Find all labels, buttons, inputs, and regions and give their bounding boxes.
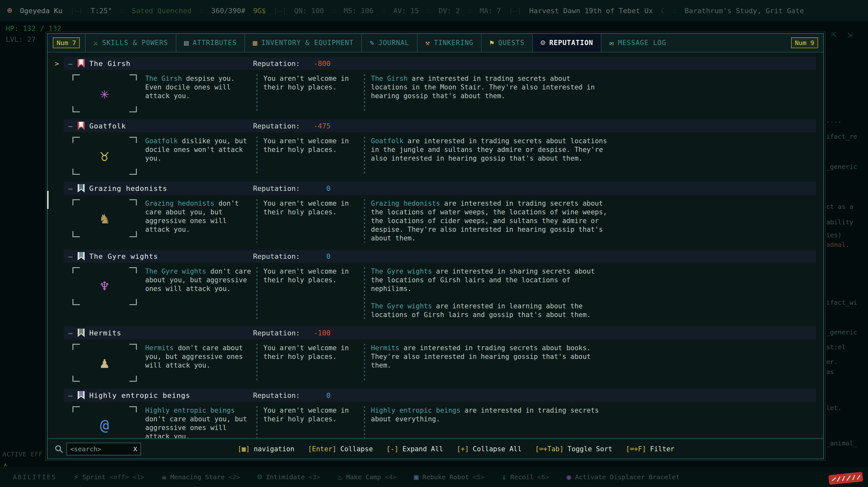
- collapse-indicator: —: [68, 60, 72, 68]
- message-log-icon: ✉: [609, 39, 614, 47]
- sprite-frame: ♞: [72, 199, 137, 237]
- faction-holy-text: You aren't welcome in their holy places.: [257, 344, 364, 382]
- tab-skills-powers[interactable]: ⚔ SKILLS & POWERS: [85, 34, 176, 52]
- sprite-column: @: [64, 406, 145, 438]
- tab-journal[interactable]: ✎ JOURNAL: [361, 34, 416, 52]
- interests-lead: The Gyre wights: [371, 267, 432, 275]
- faction-banner-icon: [78, 184, 85, 193]
- faction-header[interactable]: — Grazing hedonists Reputation: 0: [64, 182, 816, 195]
- prev-tab-key-hint[interactable]: Num 7: [53, 37, 80, 48]
- tab-bar: Num 7 ⚔ SKILLS & POWERS ▤ ATTRIBUTES ▦ I…: [48, 34, 823, 53]
- reputation-label: Reputation:: [253, 185, 300, 193]
- faction-section-goatfolk: — Goatfolk Reputation: -475 ♉ Goatfolk d: [56, 120, 816, 177]
- feelings-lead: Highly entropic beings: [145, 407, 235, 414]
- keyboard-f-key-icon: [⌨+F]: [626, 445, 646, 453]
- tab-label: ATTRIBUTES: [193, 39, 237, 47]
- sprite-frame: ✳: [72, 74, 137, 112]
- next-tab-key-hint[interactable]: Num 9: [791, 37, 818, 48]
- faction-header[interactable]: > — The Girsh Reputation: -800: [64, 57, 816, 70]
- sprite-column: ♆: [64, 267, 145, 319]
- feelings-lead: The Gyre wights: [145, 267, 206, 275]
- sprite-column: ♟: [64, 344, 145, 382]
- hint-collapse-all[interactable]: [+]Collapse All: [457, 445, 522, 453]
- skills-icon: ⚔: [93, 39, 98, 47]
- faction-holy-text: You aren't welcome in their holy places.: [257, 137, 364, 175]
- faction-header[interactable]: — Goatfolk Reputation: -475: [64, 120, 816, 132]
- tab-label: SKILLS & POWERS: [102, 39, 168, 47]
- reputation-value: -800: [300, 60, 331, 68]
- faction-name: The Girsh: [89, 60, 130, 68]
- reputation-window: Num 7 ⚔ SKILLS & POWERS ▤ ATTRIBUTES ▦ I…: [47, 33, 824, 459]
- faction-name: The Gyre wights: [89, 252, 158, 260]
- sprite-column: ✳: [64, 74, 145, 112]
- interests-lead: The Girsh: [371, 75, 408, 83]
- hint-label: Expand All: [402, 445, 443, 453]
- grazing-hedonist-sprite-icon: ♞: [100, 211, 109, 226]
- gyre-wight-sprite-icon: ♆: [100, 279, 109, 294]
- faction-feelings-text: Goatfolk dislike you, but docile ones wo…: [145, 137, 256, 175]
- interests-lead: Hermits: [371, 344, 400, 352]
- faction-header[interactable]: — Hermits Reputation: -100: [64, 326, 816, 339]
- tab-label: QUESTS: [498, 39, 524, 47]
- faction-interests-text: Goatfolk are interested in trading secre…: [365, 137, 816, 175]
- reputation-label: Reputation:: [253, 329, 300, 337]
- sprite-frame: @: [72, 406, 137, 438]
- reputation-readout: Reputation: 0: [253, 185, 331, 193]
- reputation-label: Reputation:: [253, 252, 300, 260]
- faction-interests-text: The Gyre wights are interested in sharin…: [365, 267, 816, 319]
- tab-quests[interactable]: ⚑ QUESTS: [481, 34, 532, 52]
- key-hints: [▦]navigation [Enter]Collapse [-]Expand …: [238, 445, 675, 453]
- enter-key: [Enter]: [308, 445, 336, 453]
- search-icon: [54, 444, 64, 454]
- interests-lead: The Gyre wights: [371, 302, 432, 310]
- search-input[interactable]: [70, 445, 131, 453]
- plus-key: [+]: [457, 445, 469, 453]
- tab-attributes[interactable]: ▤ ATTRIBUTES: [176, 34, 244, 52]
- girsh-sprite-icon: ✳: [100, 86, 109, 101]
- tab-inventory-equipment[interactable]: ▦ INVENTORY & EQUIPMENT: [244, 34, 361, 52]
- tab-reputation[interactable]: ☺ REPUTATION: [532, 34, 601, 52]
- numpad-icon: [▦]: [238, 445, 250, 453]
- faction-interests-text: Highly entropic beings are interested in…: [365, 406, 816, 438]
- tab-message-log[interactable]: ✉ MESSAGE LOG: [601, 34, 674, 52]
- hint-label: navigation: [254, 445, 294, 453]
- hint-expand-all[interactable]: [-]Expand All: [386, 445, 443, 453]
- faction-details: ♉ Goatfolk dislike you, but docile ones …: [64, 132, 816, 177]
- faction-feelings-text: Grazing hedonists don't care about you, …: [145, 199, 256, 243]
- minus-key: [-]: [386, 445, 399, 453]
- feelings-lead: Goatfolk: [145, 137, 178, 145]
- feelings-lead: Hermits: [145, 344, 174, 352]
- reputation-value: 0: [300, 252, 331, 260]
- faction-details: ♟ Hermits don't care about you, but aggr…: [64, 339, 816, 384]
- faction-header[interactable]: — The Gyre wights Reputation: 0: [64, 250, 816, 263]
- hint-filter[interactable]: [⌨+F]Filter: [626, 445, 675, 453]
- faction-banner-icon: [78, 59, 85, 68]
- hint-toggle-sort[interactable]: [⌨+Tab]Toggle Sort: [535, 445, 612, 453]
- keyboard-tab-key-icon: [⌨+Tab]: [535, 445, 564, 453]
- faction-banner-icon: [78, 391, 85, 399]
- faction-header[interactable]: — Highly entropic beings Reputation: 0: [64, 389, 816, 402]
- sprite-column: ♞: [64, 199, 145, 243]
- tab-label: REPUTATION: [549, 39, 593, 47]
- faction-details: ♞ Grazing hedonists don't care about you…: [64, 195, 816, 245]
- collapse-indicator: —: [68, 122, 72, 130]
- tab-tinkering[interactable]: ⚒ TINKERING: [417, 34, 481, 52]
- interests-rest: are interested in trading secrets about …: [371, 137, 607, 162]
- faction-name: Hermits: [89, 329, 121, 337]
- interests-rest: are interested in trading secrets about …: [371, 344, 591, 369]
- reputation-readout: Reputation: -475: [253, 122, 331, 130]
- tab-label: INVENTORY & EQUIPMENT: [261, 39, 354, 47]
- clear-search-button[interactable]: X: [133, 445, 137, 453]
- modal-footer: X [▦]navigation [Enter]Collapse [-]Expan…: [48, 438, 823, 459]
- sprite-frame: ♟: [72, 344, 137, 382]
- hint-label: Filter: [650, 445, 675, 453]
- selection-cursor: >: [55, 60, 59, 68]
- hint-navigation[interactable]: [▦]navigation: [238, 445, 294, 453]
- reputation-icon: ☺: [540, 39, 546, 47]
- reputation-readout: Reputation: -800: [253, 60, 331, 68]
- hint-collapse[interactable]: [Enter]Collapse: [308, 445, 373, 453]
- faction-section-highly-entropic-beings: — Highly entropic beings Reputation: 0 @: [56, 389, 816, 438]
- reputation-readout: Reputation: 0: [253, 391, 331, 399]
- quests-icon: ⚑: [489, 39, 494, 47]
- sprite-column: ♉: [64, 137, 145, 175]
